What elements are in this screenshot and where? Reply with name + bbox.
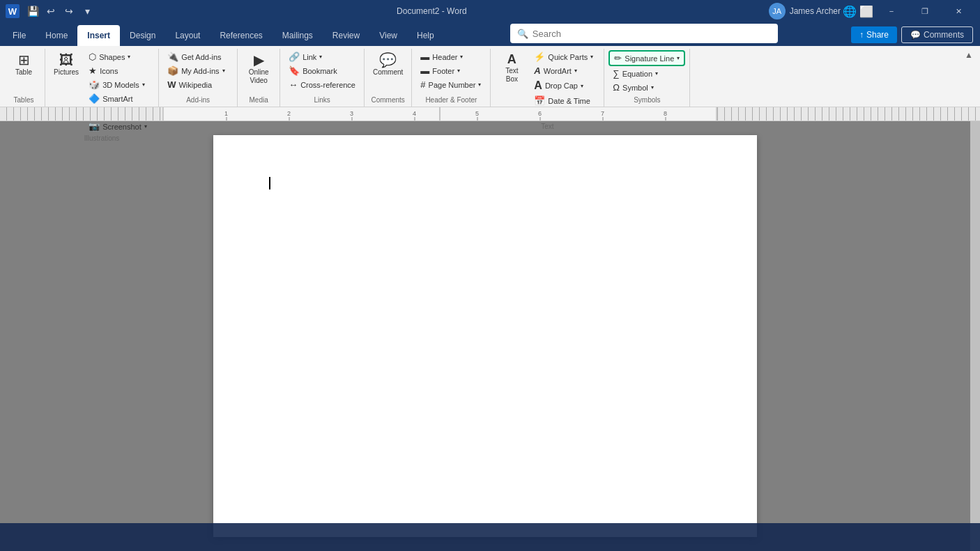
smartart-button[interactable]: 🔷 SmartArt <box>84 92 154 105</box>
undo-quick-btn[interactable]: ↩ <box>43 3 59 19</box>
symbol-button[interactable]: Ω Symbol ▾ <box>608 81 685 94</box>
ribbon: ⊞ Table Tables 🖼 Pictures ⬡ Shapes ▾ ★ I… <box>0 46 980 107</box>
page-number-button[interactable]: # Page Number ▾ <box>416 78 486 91</box>
ribbon-group-header-footer: ▬ Header ▾ ▬ Footer ▾ # Page Number ▾ He… <box>412 49 491 107</box>
search-input[interactable] <box>533 29 771 39</box>
table-icon: ⊞ <box>18 53 30 67</box>
symbols-buttons: ✏ Signature Line ▾ ∑ Equation ▾ Ω Symbol… <box>608 50 685 94</box>
wordart-button[interactable]: A WordArt ▾ <box>530 64 599 77</box>
links-group-label: Links <box>284 95 360 107</box>
vertical-scrollbar[interactable] <box>970 121 980 551</box>
shapes-label: Shapes <box>99 53 125 61</box>
link-button[interactable]: 🔗 Link ▾ <box>284 50 360 63</box>
wikipedia-label: Wikipedia <box>178 81 212 89</box>
quick-access-toolbar: 💾 ↩ ↪ ▾ <box>25 3 95 19</box>
store-btn[interactable]: 🌐 <box>842 3 857 19</box>
redo-quick-btn[interactable]: ↪ <box>61 3 77 19</box>
table-label: Table <box>15 68 32 76</box>
reading-mode-btn[interactable]: ⬜ <box>859 3 874 19</box>
svg-text:1: 1 <box>224 110 228 117</box>
3d-models-button[interactable]: 🎲 3D Models ▾ <box>84 78 154 91</box>
drop-cap-button[interactable]: A Drop Cap ▾ <box>530 78 599 93</box>
equation-button[interactable]: ∑ Equation ▾ <box>608 67 685 80</box>
tab-help[interactable]: Help <box>407 25 444 46</box>
header-footer-buttons: ▬ Header ▾ ▬ Footer ▾ # Page Number ▾ <box>416 50 486 91</box>
ruler-svg: 1 2 3 4 5 6 7 8 <box>0 107 980 121</box>
my-addins-dropdown-arrow: ▾ <box>222 68 225 74</box>
tab-references[interactable]: References <box>210 25 272 46</box>
ribbon-group-comments: 💬 Comment Comments <box>365 49 412 107</box>
signature-line-button[interactable]: ✏ Signature Line ▾ <box>608 50 685 66</box>
page-number-dropdown-arrow: ▾ <box>478 82 481 88</box>
wikipedia-button[interactable]: W Wikipedia <box>163 78 233 91</box>
my-addins-button[interactable]: 📦 My Add-ins ▾ <box>163 64 233 77</box>
ribbon-group-text: A TextBox ⚡ Quick Parts ▾ A WordArt ▾ A … <box>491 49 604 107</box>
3d-models-icon: 🎲 <box>89 79 100 90</box>
save-quick-btn[interactable]: 💾 <box>25 3 40 19</box>
my-addins-label: My Add-ins <box>181 67 219 75</box>
my-addins-icon: 📦 <box>167 65 178 76</box>
date-time-icon: 📅 <box>534 95 545 106</box>
cross-reference-label: Cross-reference <box>300 81 355 89</box>
cross-reference-button[interactable]: ↔ Cross-reference <box>284 78 360 91</box>
title-bar-left: W 💾 ↩ ↪ ▾ <box>6 3 95 19</box>
search-icon: 🔍 <box>517 29 528 39</box>
user-avatar: JA <box>769 3 786 20</box>
close-btn[interactable]: ✕ <box>942 0 974 22</box>
comments-button[interactable]: 💬 Comments <box>901 26 973 43</box>
shapes-dropdown-arrow: ▾ <box>128 54 130 60</box>
equation-dropdown-arrow: ▾ <box>655 70 658 77</box>
symbols-group-label: Symbols <box>608 95 685 107</box>
pictures-button[interactable]: 🖼 Pictures <box>49 50 83 79</box>
tab-design[interactable]: Design <box>120 25 165 46</box>
tab-layout[interactable]: Layout <box>165 25 210 46</box>
addins-buttons: 🔌 Get Add-ins 📦 My Add-ins ▾ W Wikipedia <box>163 50 233 91</box>
quick-parts-label: Quick Parts <box>548 53 588 61</box>
tab-home[interactable]: Home <box>36 25 77 46</box>
tab-file[interactable]: File <box>3 25 36 46</box>
get-addins-label: Get Add-ins <box>181 53 221 61</box>
get-addins-button[interactable]: 🔌 Get Add-ins <box>163 50 233 63</box>
svg-text:8: 8 <box>664 110 667 117</box>
drop-cap-label: Drop Cap <box>545 82 578 90</box>
comment-button[interactable]: 💬 Comment <box>369 50 407 79</box>
bookmark-button[interactable]: 🔖 Bookmark <box>284 64 360 77</box>
tab-insert[interactable]: Insert <box>77 25 120 46</box>
tab-view[interactable]: View <box>369 25 407 46</box>
quick-parts-button[interactable]: ⚡ Quick Parts ▾ <box>530 50 599 63</box>
date-time-label: Date & Time <box>548 97 590 105</box>
table-button[interactable]: ⊞ Table <box>7 50 40 79</box>
word-icon: W <box>6 4 20 18</box>
share-button[interactable]: ↑ Share <box>851 26 897 43</box>
drop-cap-dropdown-arrow: ▾ <box>581 83 583 89</box>
text-box-button[interactable]: A TextBox <box>495 50 528 86</box>
pictures-icon: 🖼 <box>59 53 73 67</box>
svg-text:2: 2 <box>287 110 291 117</box>
word-document-page[interactable] <box>213 135 757 537</box>
tab-mailings[interactable]: Mailings <box>273 25 323 46</box>
wikipedia-icon: W <box>167 79 176 90</box>
shapes-button[interactable]: ⬡ Shapes ▾ <box>84 50 154 63</box>
restore-btn[interactable]: ❐ <box>909 0 941 22</box>
footer-button[interactable]: ▬ Footer ▾ <box>416 64 486 77</box>
drop-cap-icon: A <box>534 79 542 92</box>
header-button[interactable]: ▬ Header ▾ <box>416 50 486 63</box>
date-time-button[interactable]: 📅 Date & Time <box>530 94 599 107</box>
online-video-icon: ▶ <box>254 53 264 67</box>
minimize-btn[interactable]: − <box>875 0 908 22</box>
page-container[interactable] <box>0 121 970 551</box>
text-cursor <box>269 177 270 189</box>
customize-quick-btn[interactable]: ▾ <box>79 3 95 19</box>
tab-review[interactable]: Review <box>323 25 369 46</box>
online-video-button[interactable]: ▶ OnlineVideo <box>242 50 275 88</box>
share-icon: ↑ <box>859 30 864 40</box>
svg-text:7: 7 <box>601 110 604 117</box>
footer-dropdown-arrow: ▾ <box>457 68 460 74</box>
symbol-label: Symbol <box>622 84 648 92</box>
search-bar[interactable]: 🔍 <box>510 24 778 43</box>
ribbon-collapse-button[interactable]: ▲ <box>960 49 977 61</box>
footer-icon: ▬ <box>420 65 429 76</box>
user-info: JA James Archer <box>769 3 841 20</box>
cross-reference-icon: ↔ <box>289 79 298 90</box>
icons-button[interactable]: ★ Icons <box>84 64 154 77</box>
